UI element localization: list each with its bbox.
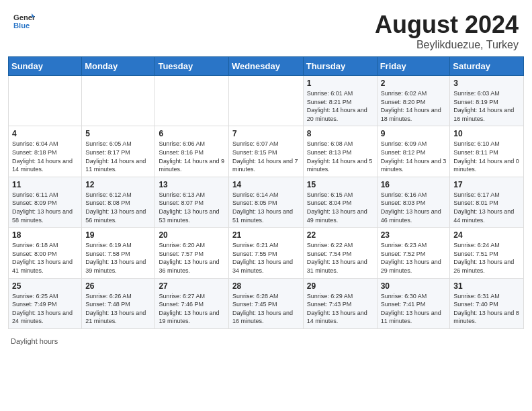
calendar-body: 1Sunrise: 6:01 AM Sunset: 8:21 PM Daylig… (9, 76, 524, 329)
calendar-cell: 6Sunrise: 6:06 AM Sunset: 8:16 PM Daylig… (155, 126, 228, 177)
calendar-cell: 11Sunrise: 6:11 AM Sunset: 8:09 PM Dayli… (9, 177, 82, 227)
calendar-cell: 13Sunrise: 6:13 AM Sunset: 8:07 PM Dayli… (155, 177, 228, 227)
calendar-wrapper: SundayMondayTuesdayWednesdayThursdayFrid… (0, 56, 532, 334)
calendar-cell: 5Sunrise: 6:05 AM Sunset: 8:17 PM Daylig… (82, 126, 155, 177)
day-number: 26 (85, 281, 151, 291)
calendar-cell: 22Sunrise: 6:22 AM Sunset: 7:54 PM Dayli… (303, 228, 377, 278)
week-row-4: 18Sunrise: 6:18 AM Sunset: 8:00 PM Dayli… (9, 228, 524, 278)
week-row-1: 1Sunrise: 6:01 AM Sunset: 8:21 PM Daylig… (9, 76, 524, 126)
day-number: 22 (307, 230, 373, 240)
calendar-cell: 3Sunrise: 6:03 AM Sunset: 8:19 PM Daylig… (450, 76, 524, 126)
calendar-cell: 20Sunrise: 6:20 AM Sunset: 7:57 PM Dayli… (155, 228, 228, 278)
calendar-cell: 8Sunrise: 6:08 AM Sunset: 8:13 PM Daylig… (303, 126, 377, 177)
day-number: 31 (453, 281, 520, 291)
calendar-cell: 18Sunrise: 6:18 AM Sunset: 8:00 PM Dayli… (9, 228, 82, 278)
day-number: 1 (307, 79, 373, 88)
calendar-cell: 12Sunrise: 6:12 AM Sunset: 8:08 PM Dayli… (82, 177, 155, 227)
calendar-cell: 28Sunrise: 6:28 AM Sunset: 7:45 PM Dayli… (228, 278, 303, 328)
page-subtitle: Beylikduezue, Turkey (375, 39, 519, 51)
day-info: Sunrise: 6:15 AM Sunset: 8:04 PM Dayligh… (307, 191, 373, 224)
calendar-cell (82, 76, 155, 126)
calendar-cell: 14Sunrise: 6:14 AM Sunset: 8:05 PM Dayli… (228, 177, 303, 227)
calendar-cell (9, 76, 82, 126)
day-number: 20 (159, 230, 224, 240)
calendar-cell: 30Sunrise: 6:30 AM Sunset: 7:41 PM Dayli… (377, 278, 450, 328)
day-number: 9 (381, 129, 447, 138)
calendar-cell: 19Sunrise: 6:19 AM Sunset: 7:58 PM Dayli… (82, 228, 155, 278)
calendar-cell: 26Sunrise: 6:26 AM Sunset: 7:48 PM Dayli… (82, 278, 155, 328)
week-row-3: 11Sunrise: 6:11 AM Sunset: 8:09 PM Dayli… (9, 177, 524, 227)
day-number: 17 (453, 180, 520, 189)
day-info: Sunrise: 6:26 AM Sunset: 7:48 PM Dayligh… (85, 292, 151, 326)
day-info: Sunrise: 6:11 AM Sunset: 8:09 PM Dayligh… (12, 191, 78, 224)
day-info: Sunrise: 6:29 AM Sunset: 7:43 PM Dayligh… (307, 292, 373, 326)
day-number: 24 (453, 230, 520, 240)
calendar-cell: 17Sunrise: 6:17 AM Sunset: 8:01 PM Dayli… (450, 177, 524, 227)
day-info: Sunrise: 6:04 AM Sunset: 8:18 PM Dayligh… (12, 140, 78, 173)
calendar-cell: 16Sunrise: 6:16 AM Sunset: 8:03 PM Dayli… (377, 177, 450, 227)
day-number: 5 (85, 129, 151, 138)
day-number: 23 (381, 230, 447, 240)
day-info: Sunrise: 6:01 AM Sunset: 8:21 PM Dayligh… (307, 89, 373, 123)
header-row: SundayMondayTuesdayWednesdayThursdayFrid… (9, 57, 524, 76)
calendar-cell: 9Sunrise: 6:09 AM Sunset: 8:12 PM Daylig… (377, 126, 450, 177)
day-info: Sunrise: 6:06 AM Sunset: 8:16 PM Dayligh… (159, 140, 224, 173)
day-info: Sunrise: 6:20 AM Sunset: 7:57 PM Dayligh… (159, 241, 224, 275)
day-info: Sunrise: 6:27 AM Sunset: 7:46 PM Dayligh… (159, 292, 224, 326)
day-number: 25 (12, 281, 78, 291)
day-number: 30 (381, 281, 447, 291)
page-title: August 2024 (375, 11, 519, 39)
day-number: 16 (381, 180, 447, 189)
day-number: 8 (307, 129, 373, 138)
week-row-2: 4Sunrise: 6:04 AM Sunset: 8:18 PM Daylig… (9, 126, 524, 177)
day-info: Sunrise: 6:10 AM Sunset: 8:11 PM Dayligh… (453, 140, 520, 173)
calendar-cell (228, 76, 303, 126)
day-number: 21 (232, 230, 300, 240)
day-number: 18 (12, 230, 78, 240)
calendar-cell: 29Sunrise: 6:29 AM Sunset: 7:43 PM Dayli… (303, 278, 377, 328)
day-info: Sunrise: 6:30 AM Sunset: 7:41 PM Dayligh… (381, 292, 447, 326)
day-info: Sunrise: 6:09 AM Sunset: 8:12 PM Dayligh… (381, 140, 447, 173)
day-number: 27 (159, 281, 224, 291)
day-number: 3 (453, 79, 520, 88)
calendar-cell: 21Sunrise: 6:21 AM Sunset: 7:55 PM Dayli… (228, 228, 303, 278)
day-info: Sunrise: 6:12 AM Sunset: 8:08 PM Dayligh… (85, 191, 151, 224)
header-cell-tuesday: Tuesday (155, 57, 228, 76)
day-number: 19 (85, 230, 151, 240)
logo-icon: General Blue (13, 11, 35, 32)
day-info: Sunrise: 6:19 AM Sunset: 7:58 PM Dayligh… (85, 241, 151, 275)
header-cell-wednesday: Wednesday (228, 57, 303, 76)
day-info: Sunrise: 6:25 AM Sunset: 7:49 PM Dayligh… (12, 292, 78, 326)
title-block: August 2024 Beylikduezue, Turkey (375, 11, 519, 51)
header-cell-monday: Monday (82, 57, 155, 76)
day-number: 10 (453, 129, 520, 138)
day-info: Sunrise: 6:02 AM Sunset: 8:20 PM Dayligh… (381, 89, 447, 123)
calendar-cell: 7Sunrise: 6:07 AM Sunset: 8:15 PM Daylig… (228, 126, 303, 177)
day-number: 28 (232, 281, 300, 291)
calendar-cell: 1Sunrise: 6:01 AM Sunset: 8:21 PM Daylig… (303, 76, 377, 126)
day-info: Sunrise: 6:05 AM Sunset: 8:17 PM Dayligh… (85, 140, 151, 173)
day-number: 13 (159, 180, 224, 189)
calendar-cell: 31Sunrise: 6:31 AM Sunset: 7:40 PM Dayli… (450, 278, 524, 328)
calendar-cell: 15Sunrise: 6:15 AM Sunset: 8:04 PM Dayli… (303, 177, 377, 227)
day-number: 4 (12, 129, 78, 138)
day-number: 11 (12, 180, 78, 189)
calendar-table: SundayMondayTuesdayWednesdayThursdayFrid… (8, 56, 524, 329)
calendar-header: SundayMondayTuesdayWednesdayThursdayFrid… (9, 57, 524, 76)
day-info: Sunrise: 6:17 AM Sunset: 8:01 PM Dayligh… (453, 191, 520, 224)
day-info: Sunrise: 6:28 AM Sunset: 7:45 PM Dayligh… (232, 292, 300, 326)
day-number: 7 (232, 129, 300, 138)
day-info: Sunrise: 6:21 AM Sunset: 7:55 PM Dayligh… (232, 241, 300, 275)
header-cell-saturday: Saturday (450, 57, 524, 76)
calendar-cell: 25Sunrise: 6:25 AM Sunset: 7:49 PM Dayli… (9, 278, 82, 328)
header-cell-thursday: Thursday (303, 57, 377, 76)
day-info: Sunrise: 6:16 AM Sunset: 8:03 PM Dayligh… (381, 191, 447, 224)
day-info: Sunrise: 6:03 AM Sunset: 8:19 PM Dayligh… (453, 89, 520, 123)
daylight-label: Daylight hours (11, 337, 58, 345)
calendar-cell (155, 76, 228, 126)
day-info: Sunrise: 6:24 AM Sunset: 7:51 PM Dayligh… (453, 241, 520, 275)
day-number: 12 (85, 180, 151, 189)
header-cell-friday: Friday (377, 57, 450, 76)
day-number: 29 (307, 281, 373, 291)
logo: General Blue (13, 11, 38, 32)
